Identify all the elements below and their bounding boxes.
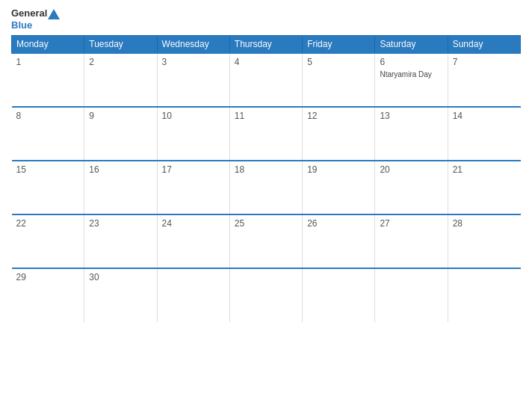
- table-row: 27: [375, 214, 448, 268]
- day-number: 7: [453, 57, 516, 67]
- day-number: 24: [162, 218, 225, 229]
- table-row: 7: [448, 53, 520, 107]
- day-number: 14: [453, 111, 516, 121]
- day-number: 10: [162, 111, 225, 121]
- table-row: 12: [303, 107, 375, 161]
- day-number: 28: [453, 218, 516, 229]
- day-number: 20: [380, 164, 442, 175]
- table-row: [375, 268, 448, 322]
- table-row: 10: [157, 107, 229, 161]
- day-number: 4: [235, 57, 297, 67]
- day-number: 17: [162, 164, 225, 175]
- calendar-week-row: 15161718192021: [12, 161, 521, 214]
- calendar-week-row: 2930: [12, 268, 521, 322]
- header: General Blue: [11, 7, 521, 31]
- table-row: 15: [12, 161, 84, 214]
- logo-triangle-icon: [48, 9, 60, 19]
- table-row: 28: [448, 214, 520, 268]
- table-row: [229, 268, 302, 322]
- col-header-friday: Friday: [303, 36, 375, 54]
- table-row: 20: [375, 161, 448, 214]
- day-number: 8: [16, 111, 80, 121]
- col-header-saturday: Saturday: [375, 36, 448, 54]
- col-header-thursday: Thursday: [229, 36, 302, 54]
- day-number: 11: [235, 111, 297, 121]
- day-number: 18: [235, 164, 297, 175]
- day-number: 19: [307, 164, 370, 175]
- table-row: 9: [84, 107, 157, 161]
- calendar-week-row: 891011121314: [12, 107, 521, 161]
- holiday-label: Ntaryamira Day: [380, 70, 431, 78]
- table-row: 6Ntaryamira Day: [375, 53, 448, 107]
- logo: General Blue: [11, 7, 61, 31]
- table-row: 18: [229, 161, 302, 214]
- table-row: 2: [84, 53, 157, 107]
- table-row: 16: [84, 161, 157, 214]
- table-row: 23: [84, 214, 157, 268]
- day-number: 25: [235, 218, 297, 229]
- day-number: 21: [453, 164, 516, 175]
- day-number: 5: [307, 57, 370, 67]
- day-number: 1: [16, 57, 80, 67]
- day-number: 13: [380, 111, 442, 121]
- col-header-monday: Monday: [12, 36, 84, 54]
- col-header-tuesday: Tuesday: [84, 36, 157, 54]
- calendar-page: General Blue MondayTuesdayWednesdayThurs…: [0, 0, 532, 411]
- table-row: 11: [229, 107, 302, 161]
- table-row: 5: [303, 53, 375, 107]
- col-header-wednesday: Wednesday: [157, 36, 229, 54]
- table-row: [303, 268, 375, 322]
- table-row: 24: [157, 214, 229, 268]
- table-row: 8: [12, 107, 84, 161]
- table-row: 19: [303, 161, 375, 214]
- table-row: 26: [303, 214, 375, 268]
- logo-general-text: General: [11, 7, 47, 19]
- day-number: 22: [16, 218, 80, 229]
- table-row: [157, 268, 229, 322]
- table-row: 3: [157, 53, 229, 107]
- day-number: 30: [89, 272, 152, 282]
- day-number: 26: [307, 218, 370, 229]
- day-number: 27: [380, 218, 442, 229]
- table-row: 1: [12, 53, 84, 107]
- logo-blue-text: Blue: [11, 19, 32, 31]
- day-number: 23: [89, 218, 152, 229]
- day-number: 12: [307, 111, 370, 121]
- day-number: 3: [162, 57, 225, 67]
- table-row: 14: [448, 107, 520, 161]
- day-number: 6: [380, 57, 442, 67]
- table-row: 17: [157, 161, 229, 214]
- day-number: 9: [89, 111, 152, 121]
- table-row: 13: [375, 107, 448, 161]
- calendar-week-row: 123456Ntaryamira Day7: [12, 53, 521, 107]
- day-number: 2: [89, 57, 152, 67]
- table-row: 29: [12, 268, 84, 322]
- table-row: 4: [229, 53, 302, 107]
- col-header-sunday: Sunday: [448, 36, 520, 54]
- table-row: 25: [229, 214, 302, 268]
- day-number: 16: [89, 164, 152, 175]
- day-number: 29: [16, 272, 80, 282]
- table-row: 21: [448, 161, 520, 214]
- day-number: 15: [16, 164, 80, 175]
- calendar-week-row: 22232425262728: [12, 214, 521, 268]
- table-row: 22: [12, 214, 84, 268]
- table-row: 30: [84, 268, 157, 322]
- table-row: [448, 268, 520, 322]
- calendar-header-row: MondayTuesdayWednesdayThursdayFridaySatu…: [12, 36, 521, 54]
- calendar-table: MondayTuesdayWednesdayThursdayFridaySatu…: [11, 35, 521, 322]
